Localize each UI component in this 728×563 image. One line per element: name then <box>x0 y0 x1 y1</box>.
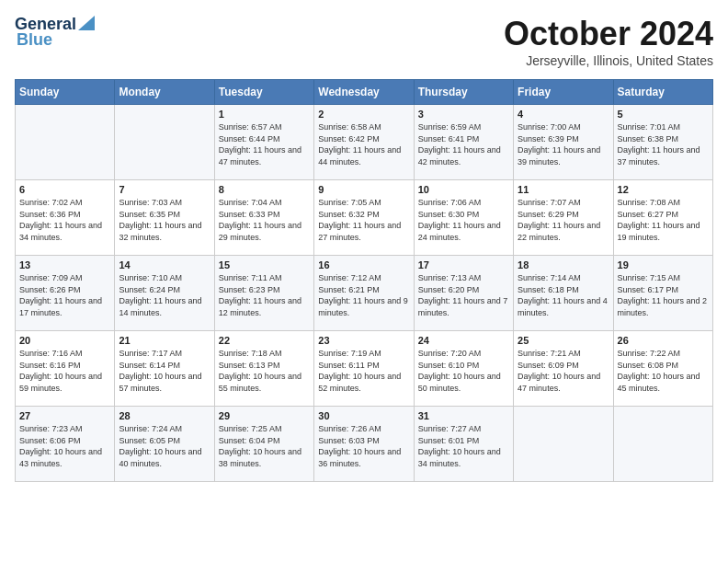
cell-sun-info: Sunrise: 7:26 AMSunset: 6:03 PMDaylight:… <box>318 423 409 469</box>
day-number: 19 <box>618 259 709 270</box>
column-header-monday: Monday <box>115 80 214 105</box>
calendar-cell: 30Sunrise: 7:26 AMSunset: 6:03 PMDayligh… <box>314 407 414 482</box>
week-row-5: 27Sunrise: 7:23 AMSunset: 6:06 PMDayligh… <box>16 407 713 482</box>
calendar-cell: 11Sunrise: 7:07 AMSunset: 6:29 PMDayligh… <box>514 180 613 256</box>
calendar-cell: 3Sunrise: 6:59 AMSunset: 6:41 PMDaylight… <box>414 105 513 180</box>
calendar-cell: 25Sunrise: 7:21 AMSunset: 6:09 PMDayligh… <box>514 331 613 407</box>
calendar-cell: 1Sunrise: 6:57 AMSunset: 6:44 PMDaylight… <box>214 105 313 180</box>
calendar-cell: 17Sunrise: 7:13 AMSunset: 6:20 PMDayligh… <box>414 256 513 331</box>
day-number: 28 <box>119 410 210 421</box>
calendar-cell: 29Sunrise: 7:25 AMSunset: 6:04 PMDayligh… <box>214 407 313 482</box>
day-number: 10 <box>418 184 509 195</box>
cell-sun-info: Sunrise: 7:05 AMSunset: 6:32 PMDaylight:… <box>318 197 409 243</box>
logo-triangle-icon <box>78 16 95 30</box>
calendar-cell: 4Sunrise: 7:00 AMSunset: 6:39 PMDaylight… <box>514 105 613 180</box>
calendar-cell: 28Sunrise: 7:24 AMSunset: 6:05 PMDayligh… <box>115 407 214 482</box>
cell-sun-info: Sunrise: 7:20 AMSunset: 6:10 PMDaylight:… <box>418 348 509 394</box>
calendar-cell: 9Sunrise: 7:05 AMSunset: 6:32 PMDaylight… <box>314 180 414 256</box>
week-row-3: 13Sunrise: 7:09 AMSunset: 6:26 PMDayligh… <box>16 256 713 331</box>
cell-sun-info: Sunrise: 7:22 AMSunset: 6:08 PMDaylight:… <box>618 348 709 394</box>
calendar-cell: 16Sunrise: 7:12 AMSunset: 6:21 PMDayligh… <box>314 256 414 331</box>
column-header-row: SundayMondayTuesdayWednesdayThursdayFrid… <box>16 80 713 105</box>
cell-sun-info: Sunrise: 6:59 AMSunset: 6:41 PMDaylight:… <box>418 121 509 167</box>
day-number: 9 <box>318 184 409 195</box>
calendar-cell <box>514 407 613 482</box>
cell-sun-info: Sunrise: 7:23 AMSunset: 6:06 PMDaylight:… <box>19 423 110 469</box>
day-number: 20 <box>19 335 110 346</box>
calendar-cell: 12Sunrise: 7:08 AMSunset: 6:27 PMDayligh… <box>613 180 712 256</box>
cell-sun-info: Sunrise: 7:11 AMSunset: 6:23 PMDaylight:… <box>219 272 310 318</box>
title-block: October 2024 Jerseyville, Illinois, Unit… <box>504 15 713 68</box>
cell-sun-info: Sunrise: 7:18 AMSunset: 6:13 PMDaylight:… <box>219 348 310 394</box>
cell-sun-info: Sunrise: 7:07 AMSunset: 6:29 PMDaylight:… <box>518 197 609 243</box>
cell-sun-info: Sunrise: 7:13 AMSunset: 6:20 PMDaylight:… <box>418 272 509 318</box>
column-header-tuesday: Tuesday <box>214 80 313 105</box>
day-number: 30 <box>318 410 409 421</box>
day-number: 23 <box>318 335 409 346</box>
cell-sun-info: Sunrise: 7:06 AMSunset: 6:30 PMDaylight:… <box>418 197 509 243</box>
cell-sun-info: Sunrise: 6:58 AMSunset: 6:42 PMDaylight:… <box>318 121 409 167</box>
calendar-cell: 22Sunrise: 7:18 AMSunset: 6:13 PMDayligh… <box>214 331 313 407</box>
page-header: General Blue October 2024 Jerseyville, I… <box>15 15 713 68</box>
column-header-sunday: Sunday <box>16 80 115 105</box>
cell-sun-info: Sunrise: 7:12 AMSunset: 6:21 PMDaylight:… <box>318 272 409 318</box>
column-header-friday: Friday <box>514 80 613 105</box>
day-number: 1 <box>219 109 310 120</box>
week-row-2: 6Sunrise: 7:02 AMSunset: 6:36 PMDaylight… <box>16 180 713 256</box>
calendar-cell: 13Sunrise: 7:09 AMSunset: 6:26 PMDayligh… <box>16 256 115 331</box>
column-header-saturday: Saturday <box>613 80 712 105</box>
day-number: 7 <box>119 184 210 195</box>
day-number: 12 <box>618 184 709 195</box>
cell-sun-info: Sunrise: 7:09 AMSunset: 6:26 PMDaylight:… <box>19 272 110 318</box>
day-number: 26 <box>618 335 709 346</box>
day-number: 31 <box>418 410 509 421</box>
cell-sun-info: Sunrise: 7:27 AMSunset: 6:01 PMDaylight:… <box>418 423 509 469</box>
day-number: 17 <box>418 259 509 270</box>
day-number: 18 <box>518 259 609 270</box>
calendar-cell <box>16 105 115 180</box>
calendar-cell: 26Sunrise: 7:22 AMSunset: 6:08 PMDayligh… <box>613 331 712 407</box>
day-number: 2 <box>318 109 409 120</box>
calendar-cell <box>613 407 712 482</box>
cell-sun-info: Sunrise: 7:04 AMSunset: 6:33 PMDaylight:… <box>219 197 310 243</box>
location-subtitle: Jerseyville, Illinois, United States <box>504 53 713 68</box>
calendar-cell: 21Sunrise: 7:17 AMSunset: 6:14 PMDayligh… <box>115 331 214 407</box>
cell-sun-info: Sunrise: 7:01 AMSunset: 6:38 PMDaylight:… <box>618 121 709 167</box>
calendar-cell: 7Sunrise: 7:03 AMSunset: 6:35 PMDaylight… <box>115 180 214 256</box>
cell-sun-info: Sunrise: 7:02 AMSunset: 6:36 PMDaylight:… <box>19 197 110 243</box>
column-header-thursday: Thursday <box>414 80 513 105</box>
calendar-cell: 27Sunrise: 7:23 AMSunset: 6:06 PMDayligh… <box>16 407 115 482</box>
day-number: 15 <box>219 259 310 270</box>
day-number: 6 <box>19 184 110 195</box>
day-number: 4 <box>518 109 609 120</box>
day-number: 27 <box>19 410 110 421</box>
column-header-wednesday: Wednesday <box>314 80 414 105</box>
cell-sun-info: Sunrise: 7:17 AMSunset: 6:14 PMDaylight:… <box>119 348 210 394</box>
cell-sun-info: Sunrise: 7:16 AMSunset: 6:16 PMDaylight:… <box>19 348 110 394</box>
day-number: 22 <box>219 335 310 346</box>
day-number: 3 <box>418 109 509 120</box>
day-number: 21 <box>119 335 210 346</box>
calendar-cell: 10Sunrise: 7:06 AMSunset: 6:30 PMDayligh… <box>414 180 513 256</box>
day-number: 11 <box>518 184 609 195</box>
logo-blue-text: Blue <box>17 30 52 50</box>
calendar-cell: 19Sunrise: 7:15 AMSunset: 6:17 PMDayligh… <box>613 256 712 331</box>
cell-sun-info: Sunrise: 7:15 AMSunset: 6:17 PMDaylight:… <box>618 272 709 318</box>
cell-sun-info: Sunrise: 7:14 AMSunset: 6:18 PMDaylight:… <box>518 272 609 318</box>
day-number: 29 <box>219 410 310 421</box>
cell-sun-info: Sunrise: 7:10 AMSunset: 6:24 PMDaylight:… <box>119 272 210 318</box>
calendar-cell: 23Sunrise: 7:19 AMSunset: 6:11 PMDayligh… <box>314 331 414 407</box>
day-number: 13 <box>19 259 110 270</box>
cell-sun-info: Sunrise: 7:25 AMSunset: 6:04 PMDaylight:… <box>219 423 310 469</box>
cell-sun-info: Sunrise: 7:21 AMSunset: 6:09 PMDaylight:… <box>518 348 609 394</box>
calendar-cell: 15Sunrise: 7:11 AMSunset: 6:23 PMDayligh… <box>214 256 313 331</box>
calendar-cell: 20Sunrise: 7:16 AMSunset: 6:16 PMDayligh… <box>16 331 115 407</box>
logo: General Blue <box>15 15 95 50</box>
cell-sun-info: Sunrise: 7:08 AMSunset: 6:27 PMDaylight:… <box>618 197 709 243</box>
cell-sun-info: Sunrise: 7:24 AMSunset: 6:05 PMDaylight:… <box>119 423 210 469</box>
day-number: 8 <box>219 184 310 195</box>
cell-sun-info: Sunrise: 6:57 AMSunset: 6:44 PMDaylight:… <box>219 121 310 167</box>
cell-sun-info: Sunrise: 7:00 AMSunset: 6:39 PMDaylight:… <box>518 121 609 167</box>
calendar-cell: 5Sunrise: 7:01 AMSunset: 6:38 PMDaylight… <box>613 105 712 180</box>
calendar-cell: 2Sunrise: 6:58 AMSunset: 6:42 PMDaylight… <box>314 105 414 180</box>
